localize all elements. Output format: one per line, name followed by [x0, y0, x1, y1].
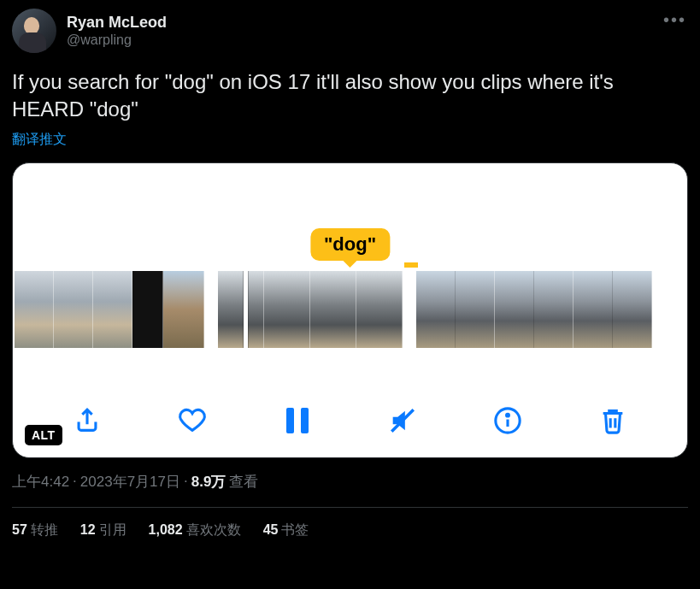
clip-frame	[132, 271, 163, 348]
stat-count: 1,082	[149, 522, 183, 537]
media-card[interactable]: "dog"	[12, 162, 688, 458]
stat-label: 书签	[281, 522, 309, 537]
translate-link[interactable]: 翻译推文	[12, 131, 688, 149]
trash-icon[interactable]	[597, 404, 629, 437]
video-clip-strip	[13, 271, 687, 348]
stat-count: 12	[80, 522, 96, 537]
author-names: Ryan McLeod @warpling	[67, 13, 167, 50]
svg-point-3	[506, 414, 509, 416]
stat-count: 57	[12, 522, 27, 537]
tweet-stats: 57转推 12引用 1,082喜欢次数 45书签	[12, 521, 688, 539]
caption-marker	[404, 262, 418, 268]
mute-icon[interactable]	[386, 404, 419, 437]
info-icon[interactable]	[491, 404, 524, 437]
avatar[interactable]	[12, 9, 56, 53]
playhead[interactable]	[244, 271, 248, 348]
quotes-stat[interactable]: 12引用	[80, 521, 126, 539]
views-count: 8.9万	[191, 472, 226, 492]
clip-frame	[218, 271, 264, 348]
tweet: ••• Ryan McLeod @warpling If you search …	[12, 9, 688, 539]
tweet-date[interactable]: 2023年7月17日	[80, 472, 180, 492]
stat-label: 引用	[99, 522, 126, 537]
media-toolbar	[13, 404, 687, 437]
clip-frame	[456, 271, 495, 348]
tweet-time[interactable]: 上午4:42	[12, 472, 69, 492]
alt-badge[interactable]: ALT	[25, 425, 62, 445]
clip-frame	[310, 271, 356, 348]
tweet-text: If you search for "dog" on iOS 17 it'll …	[12, 68, 688, 124]
views-label: 查看	[229, 472, 258, 492]
caption-bubble: "dog"	[310, 228, 390, 261]
stat-label: 喜欢次数	[186, 522, 241, 537]
bookmarks-stat[interactable]: 45书签	[263, 521, 309, 539]
clip-frame	[54, 271, 93, 348]
clip-frame	[534, 271, 574, 348]
share-icon[interactable]	[71, 404, 103, 437]
clip-group[interactable]	[218, 271, 403, 348]
clip-frame	[574, 271, 613, 348]
clip-frame	[613, 271, 652, 348]
clip-frame	[416, 271, 456, 348]
meta-separator: ·	[73, 473, 77, 490]
clip-group[interactable]	[416, 271, 652, 348]
meta-separator: ·	[184, 473, 188, 490]
clip-frame	[495, 271, 534, 348]
stat-label: 转推	[31, 522, 58, 537]
heart-icon[interactable]	[176, 404, 209, 437]
clip-frame	[15, 271, 54, 348]
clip-frame	[264, 271, 310, 348]
retweets-stat[interactable]: 57转推	[12, 521, 58, 539]
tweet-meta: 上午4:42 · 2023年7月17日 · 8.9万 查看	[12, 472, 688, 492]
clip-frame	[93, 271, 132, 348]
stat-count: 45	[263, 522, 279, 537]
author-handle[interactable]: @warpling	[67, 32, 167, 49]
pause-icon[interactable]	[281, 404, 314, 437]
clip-group[interactable]	[15, 271, 204, 348]
clip-frame	[163, 271, 204, 348]
author-display-name[interactable]: Ryan McLeod	[67, 13, 167, 32]
divider	[12, 507, 688, 508]
more-options-button[interactable]: •••	[663, 10, 686, 30]
clip-frame	[356, 271, 403, 348]
tweet-header: Ryan McLeod @warpling	[12, 9, 688, 53]
likes-stat[interactable]: 1,082喜欢次数	[149, 521, 241, 539]
